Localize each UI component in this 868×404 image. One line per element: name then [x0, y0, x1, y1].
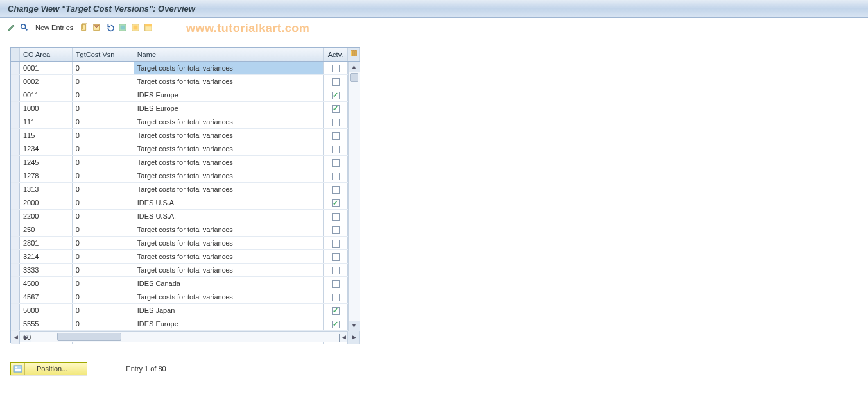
cell-tgtcost-vsn[interactable]: 0 [73, 169, 134, 182]
cell-co-area[interactable]: 1000 [20, 102, 73, 115]
hscroll-track[interactable] [31, 332, 339, 342]
cell-co-area[interactable]: 111 [20, 115, 73, 128]
cell-tgtcost-vsn[interactable]: 0 [73, 102, 134, 115]
cell-name[interactable]: IDES Europe [134, 88, 324, 101]
cell-actv[interactable] [324, 304, 348, 317]
row-selector[interactable] [11, 88, 20, 101]
table-row[interactable]: 00010Target costs for total variances [11, 62, 360, 75]
actv-checkbox[interactable] [332, 173, 340, 180]
cell-co-area[interactable]: 1234 [20, 142, 73, 155]
row-selector[interactable] [11, 169, 20, 182]
cell-name[interactable]: IDES U.S.A. [134, 196, 324, 209]
actv-checkbox[interactable] [332, 199, 340, 207]
cell-actv[interactable] [324, 75, 348, 88]
row-selector[interactable] [11, 277, 20, 290]
row-selector[interactable] [11, 102, 20, 115]
header-name[interactable]: Name [134, 48, 324, 61]
select-all-icon[interactable] [117, 22, 128, 33]
cell-tgtcost-vsn[interactable]: 0 [73, 237, 134, 249]
cell-actv[interactable] [324, 169, 348, 182]
cell-co-area[interactable]: 2801 [20, 237, 73, 249]
cell-name[interactable]: IDES Canada [134, 277, 324, 290]
cell-tgtcost-vsn[interactable]: 0 [73, 304, 134, 317]
actv-checkbox[interactable] [332, 132, 340, 140]
row-selector[interactable] [11, 75, 20, 88]
cell-name[interactable]: Target costs for total variances [134, 75, 324, 88]
cell-actv[interactable] [324, 115, 348, 128]
cell-name[interactable]: Target costs for total variances [134, 237, 324, 249]
actv-checkbox[interactable] [332, 253, 340, 261]
cell-name[interactable]: Target costs for total variances [134, 142, 324, 155]
table-row[interactable]: 2500Target costs for total variances [11, 223, 360, 237]
cell-name[interactable]: IDES Europe [134, 317, 324, 330]
cell-co-area[interactable]: 5000 [20, 304, 73, 317]
cell-actv[interactable] [324, 102, 348, 115]
cell-name[interactable]: Target costs for total variances [134, 62, 324, 74]
cell-actv[interactable] [324, 142, 348, 155]
cell-co-area[interactable]: 0002 [20, 75, 73, 88]
cell-co-area[interactable]: 3333 [20, 264, 73, 276]
scroll-right-arrow-2[interactable]: ► [349, 332, 360, 342]
cell-tgtcost-vsn[interactable]: 0 [73, 115, 134, 128]
scroll-left-arrow[interactable]: ◄ [11, 332, 21, 342]
cell-actv[interactable] [324, 277, 348, 290]
row-selector[interactable] [11, 290, 20, 303]
cell-name[interactable]: Target costs for total variances [134, 115, 324, 128]
actv-checkbox[interactable] [332, 267, 340, 274]
scroll-up-arrow[interactable]: ▲ [349, 62, 360, 72]
table-row[interactable]: 12340Target costs for total variances [11, 142, 360, 156]
find-icon[interactable] [19, 22, 30, 33]
actv-checkbox[interactable] [332, 280, 340, 288]
cell-name[interactable]: Target costs for total variances [134, 169, 324, 182]
actv-checkbox[interactable] [332, 119, 340, 126]
cell-name[interactable]: IDES Japan [134, 304, 324, 317]
table-row[interactable]: 45000IDES Canada [11, 277, 360, 290]
actv-checkbox[interactable] [332, 307, 340, 315]
scroll-down-arrow[interactable]: ▼ [349, 321, 360, 331]
copy-as-icon[interactable] [78, 22, 90, 33]
row-selector[interactable] [11, 129, 20, 142]
cell-co-area[interactable]: 250 [20, 223, 73, 236]
table-row[interactable]: 32140Target costs for total variances [11, 250, 360, 264]
cell-actv[interactable] [324, 290, 348, 303]
row-selector[interactable] [11, 156, 20, 169]
change-display-icon[interactable] [6, 22, 17, 33]
cell-tgtcost-vsn[interactable]: 0 [73, 250, 134, 263]
cell-actv[interactable] [324, 129, 348, 142]
cell-co-area[interactable]: 3214 [20, 250, 73, 263]
table-row[interactable]: 20000IDES U.S.A. [11, 196, 360, 210]
cell-actv[interactable] [324, 156, 348, 169]
actv-checkbox[interactable] [332, 159, 340, 167]
cell-tgtcost-vsn[interactable]: 0 [73, 210, 134, 223]
cell-actv[interactable] [324, 317, 348, 330]
actv-checkbox[interactable] [332, 226, 340, 234]
delete-icon[interactable] [91, 22, 103, 33]
actv-checkbox[interactable] [332, 213, 340, 221]
new-entries-button[interactable]: New Entries [31, 24, 77, 31]
cell-tgtcost-vsn[interactable]: 0 [73, 277, 134, 290]
scroll-left-arrow-2[interactable]: ◄ [339, 332, 349, 342]
horizontal-scrollbar[interactable]: ◄ ► ◄ ► [11, 331, 360, 342]
row-selector[interactable] [11, 115, 20, 128]
cell-tgtcost-vsn[interactable]: 0 [73, 183, 134, 196]
actv-checkbox[interactable] [332, 105, 340, 113]
cell-co-area[interactable]: 2200 [20, 210, 73, 223]
actv-checkbox[interactable] [332, 78, 340, 86]
actv-checkbox[interactable] [332, 92, 340, 99]
row-selector[interactable] [11, 223, 20, 236]
cell-co-area[interactable]: 115 [20, 129, 73, 142]
cell-actv[interactable] [324, 264, 348, 276]
table-settings-icon[interactable] [348, 48, 360, 61]
position-button[interactable]: Position... [10, 362, 87, 375]
table-row[interactable]: 50000IDES Japan [11, 304, 360, 317]
cell-tgtcost-vsn[interactable]: 0 [73, 142, 134, 155]
table-row[interactable]: 45670Target costs for total variances [11, 290, 360, 304]
cell-tgtcost-vsn[interactable]: 0 [73, 290, 134, 303]
row-selector[interactable] [11, 183, 20, 196]
select-block-icon[interactable] [130, 22, 141, 33]
cell-tgtcost-vsn[interactable]: 0 [73, 264, 134, 276]
cell-co-area[interactable]: 1313 [20, 183, 73, 196]
table-row[interactable]: 55550IDES Europe [11, 317, 360, 331]
header-actv[interactable]: Actv. [324, 48, 348, 61]
cell-actv[interactable] [324, 88, 348, 101]
